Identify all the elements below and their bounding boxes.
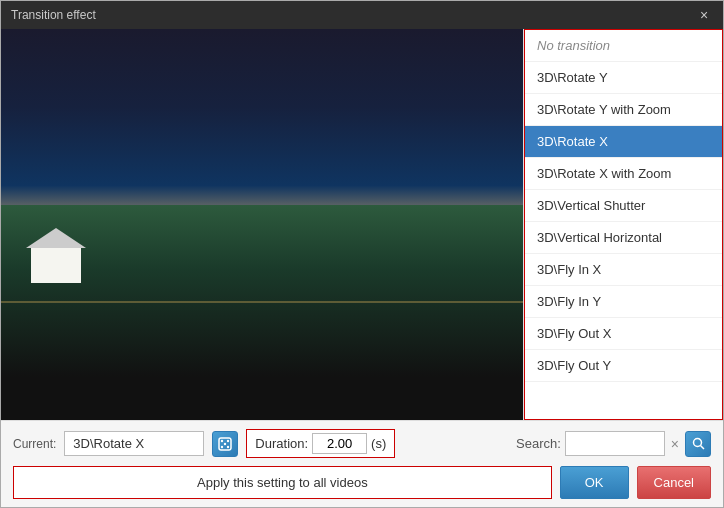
dialog-title: Transition effect <box>11 8 96 22</box>
bottom-row2: Apply this setting to all videos OK Canc… <box>13 466 711 499</box>
close-button[interactable]: × <box>695 6 713 24</box>
svg-point-3 <box>224 442 226 444</box>
list-item[interactable]: 3D\Fly Out X <box>525 318 722 350</box>
ok-button[interactable]: OK <box>560 466 629 499</box>
list-item[interactable]: 3D\Vertical Shutter <box>525 190 722 222</box>
apply-all-button[interactable]: Apply this setting to all videos <box>13 466 552 499</box>
search-go-button[interactable] <box>685 431 711 457</box>
preview-house <box>21 223 101 283</box>
current-label: Current: <box>13 437 56 451</box>
bottom-row1: Current: Duration: (s) Se <box>13 429 711 458</box>
list-item[interactable]: 3D\Rotate X <box>525 126 722 158</box>
svg-point-4 <box>221 445 223 447</box>
svg-line-7 <box>700 446 704 450</box>
bottom-panel: Current: Duration: (s) Se <box>1 420 723 507</box>
dice-icon <box>218 437 232 451</box>
transition-dialog: Transition effect × No transition3D\Rota… <box>0 0 724 508</box>
search-group: Search: × <box>516 431 711 457</box>
list-item[interactable]: 3D\Rotate Y with Zoom <box>525 94 722 126</box>
svg-point-2 <box>227 439 229 441</box>
title-bar: Transition effect × <box>1 1 723 29</box>
search-input[interactable] <box>565 431 665 456</box>
duration-unit: (s) <box>371 436 386 451</box>
current-value-input[interactable] <box>64 431 204 456</box>
main-content: No transition3D\Rotate Y3D\Rotate Y with… <box>1 29 723 420</box>
list-item[interactable]: 3D\Fly In X <box>525 254 722 286</box>
search-label: Search: <box>516 436 561 451</box>
transition-list-panel: No transition3D\Rotate Y3D\Rotate Y with… <box>523 29 723 420</box>
search-clear-button[interactable]: × <box>669 436 681 452</box>
svg-point-1 <box>221 439 223 441</box>
list-item[interactable]: 3D\Fly In Y <box>525 286 722 318</box>
cancel-button[interactable]: Cancel <box>637 466 711 499</box>
list-item[interactable]: 3D\Rotate Y <box>525 62 722 94</box>
svg-point-6 <box>693 439 701 447</box>
duration-input[interactable] <box>312 433 367 454</box>
svg-point-5 <box>227 445 229 447</box>
list-item[interactable]: 3D\Rotate X with Zoom <box>525 158 722 190</box>
transition-list-scroll[interactable]: No transition3D\Rotate Y3D\Rotate Y with… <box>524 29 723 420</box>
list-item[interactable]: No transition <box>525 30 722 62</box>
list-item[interactable]: 3D\Vertical Horizontal <box>525 222 722 254</box>
dice-button[interactable] <box>212 431 238 457</box>
duration-group: Duration: (s) <box>246 429 395 458</box>
list-item[interactable]: 3D\Fly Out Y <box>525 350 722 382</box>
preview-panel <box>1 29 523 420</box>
preview-image <box>1 29 523 420</box>
duration-label: Duration: <box>255 436 308 451</box>
search-icon <box>692 437 705 450</box>
